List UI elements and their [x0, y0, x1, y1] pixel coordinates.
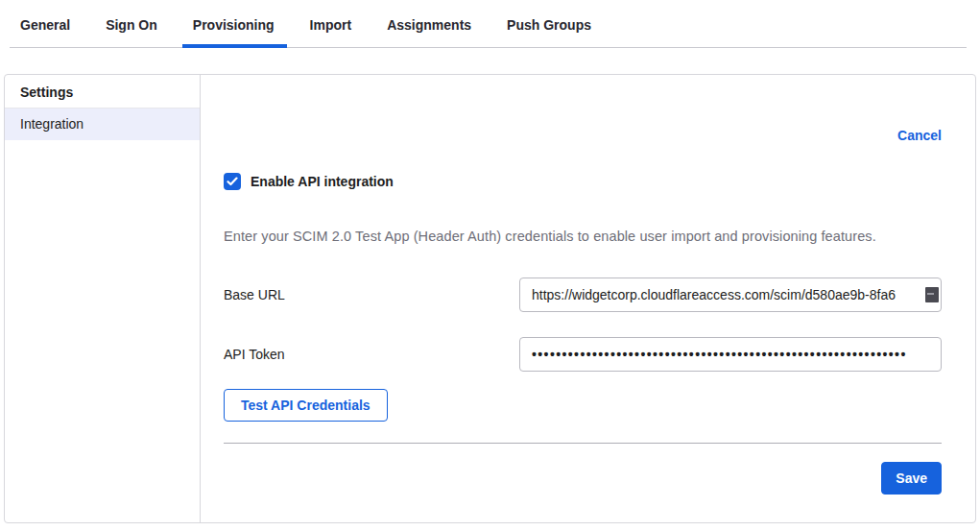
base-url-input[interactable]	[519, 278, 942, 312]
tab-push-groups[interactable]: Push Groups	[507, 17, 591, 47]
api-token-label: API Token	[224, 347, 519, 362]
cancel-link[interactable]: Cancel	[897, 128, 942, 143]
text-cursor-block-icon	[925, 287, 939, 302]
api-token-input[interactable]	[519, 337, 942, 372]
tab-assignments[interactable]: Assignments	[387, 17, 471, 47]
save-button[interactable]: Save	[881, 462, 942, 495]
tab-import[interactable]: Import	[310, 17, 352, 47]
provisioning-panel: Settings Integration Cancel Enable API i…	[4, 74, 976, 523]
enable-api-integration-checkbox[interactable]	[224, 173, 241, 190]
app-tab-bar: General Sign On Provisioning Import Assi…	[10, 0, 967, 48]
sidebar-item-integration[interactable]: Integration	[5, 109, 200, 140]
sidebar-heading: Settings	[5, 75, 200, 109]
credentials-description: Enter your SCIM 2.0 Test App (Header Aut…	[224, 229, 942, 244]
tab-general[interactable]: General	[20, 17, 70, 47]
tab-provisioning[interactable]: Provisioning	[193, 17, 275, 47]
settings-sidebar: Settings Integration	[5, 75, 201, 522]
checkmark-icon	[227, 177, 238, 186]
enable-api-integration-label: Enable API integration	[251, 174, 394, 189]
footer-divider	[224, 443, 942, 444]
tab-sign-on[interactable]: Sign On	[106, 17, 157, 47]
api-token-field-row: API Token	[224, 337, 942, 372]
base-url-label: Base URL	[224, 287, 519, 302]
integration-form: Cancel Enable API integration Enter your…	[201, 75, 975, 522]
test-api-credentials-button[interactable]: Test API Credentials	[224, 389, 388, 422]
base-url-field-row: Base URL	[224, 278, 942, 312]
